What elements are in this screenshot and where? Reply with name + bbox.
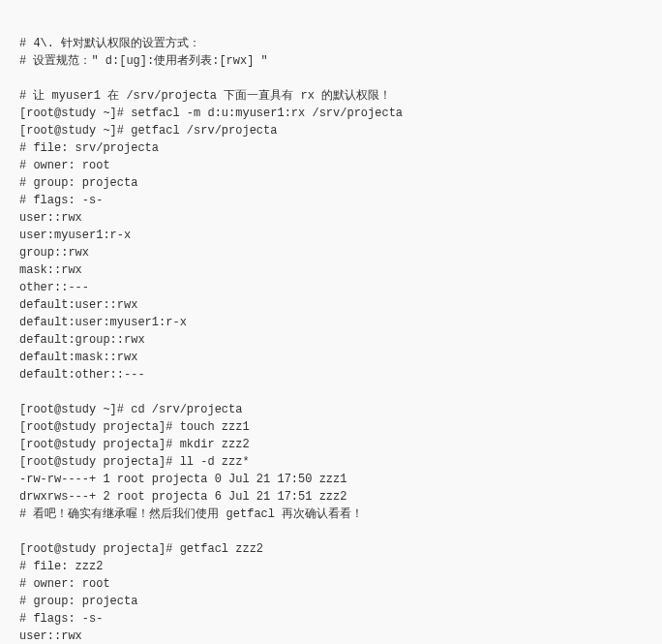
- cmd-line: [root@study ~]# setfacl -m d:u:myuser1:r…: [19, 107, 403, 120]
- output-line: # flags: -s-: [19, 194, 103, 207]
- cmd-line: [root@study ~]# cd /srv/projecta: [19, 403, 242, 416]
- output-line: # flags: -s-: [19, 612, 103, 626]
- output-line: mask::rwx: [19, 263, 82, 277]
- output-line: default:mask::rwx: [19, 351, 137, 364]
- cmd-line: [root@study projecta]# getfacl zzz2: [19, 542, 263, 556]
- code-block: # 4\. 针对默认权限的设置方式： # 设置规范：" d:[ug]:使用者列表…: [19, 17, 643, 644]
- cmd-line: [root@study projecta]# touch zzz1: [19, 420, 250, 434]
- comment-line: # 看吧！确实有继承喔！然后我们使用 getfacl 再次确认看看！: [19, 507, 363, 521]
- cmd-line: [root@study projecta]# mkdir zzz2: [19, 438, 250, 451]
- output-line: default:user:myuser1:r-x: [19, 316, 187, 329]
- comment-line: # 让 myuser1 在 /srv/projecta 下面一直具有 rx 的默…: [19, 89, 391, 103]
- output-line: default:group::rwx: [19, 333, 145, 347]
- cmd-line: [root@study ~]# getfacl /srv/projecta: [19, 124, 277, 138]
- output-line: user:myuser1:r-x: [19, 229, 131, 242]
- output-line: # file: srv/projecta: [19, 141, 159, 155]
- output-line: -rw-rw----+ 1 root projecta 0 Jul 21 17:…: [19, 473, 346, 486]
- output-line: other::---: [19, 281, 89, 294]
- output-line: # owner: root: [19, 159, 110, 172]
- section-rule: # 设置规范：" d:[ug]:使用者列表:[rwx] ": [19, 54, 268, 68]
- output-line: drwxrws---+ 2 root projecta 6 Jul 21 17:…: [19, 490, 346, 504]
- output-line: # owner: root: [19, 577, 110, 591]
- output-line: user::rwx: [19, 629, 82, 643]
- section-title: # 4\. 针对默认权限的设置方式：: [19, 37, 200, 50]
- cmd-line: [root@study projecta]# ll -d zzz*: [19, 455, 250, 469]
- output-line: group::rwx: [19, 246, 89, 260]
- output-line: default:user::rwx: [19, 298, 137, 312]
- output-line: # file: zzz2: [19, 560, 103, 573]
- output-line: # group: projecta: [19, 595, 137, 608]
- output-line: # group: projecta: [19, 176, 137, 190]
- output-line: user::rwx: [19, 211, 82, 225]
- output-line: default:other::---: [19, 368, 145, 382]
